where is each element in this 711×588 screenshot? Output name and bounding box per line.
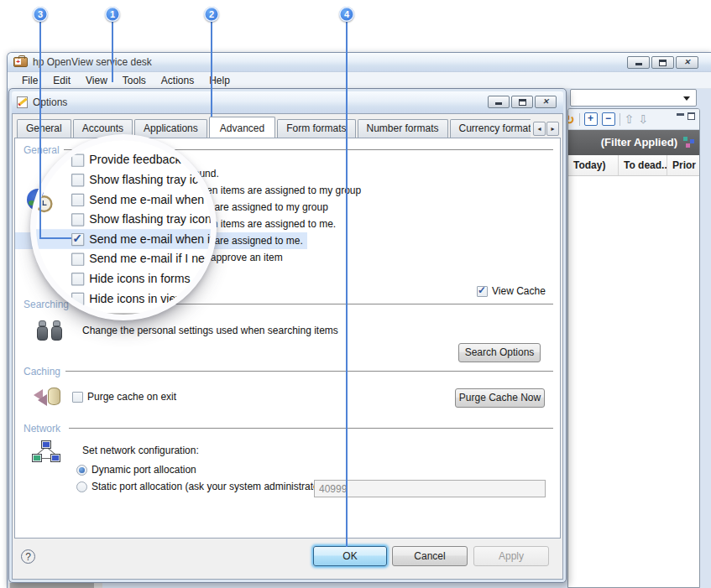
pane-toolbar: ↻ + − ⇧ ⇩ (568, 109, 699, 130)
dialog-close-button[interactable]: ✕ (535, 96, 557, 108)
tab-scroll-right-button[interactable]: ▸ (546, 122, 559, 136)
maximize-icon (519, 99, 526, 106)
view-cache-label: View Cache (492, 285, 546, 297)
column-header-row: Today)To dead...Prior (568, 155, 699, 176)
pane-maximize-icon[interactable] (687, 112, 695, 120)
magnifier-lens: General Provide feedback with sound.Show… (30, 134, 217, 320)
expand-all-button[interactable]: + (584, 112, 598, 126)
radio-static-label: Static port allocation (ask your system … (91, 481, 326, 492)
menu-item-tools[interactable]: Tools (115, 73, 154, 88)
ok-button[interactable]: OK (313, 546, 387, 566)
dialog-maximize-button[interactable] (511, 96, 533, 108)
network-group-label: Network (24, 423, 64, 434)
callout-badge-4: 4 (339, 7, 354, 22)
binoculars-icon (37, 320, 63, 341)
collapse-all-button[interactable]: − (602, 112, 615, 126)
network-group-rule (69, 428, 553, 429)
searching-description: Change the personal settings used when s… (82, 325, 338, 336)
dynamic-port-radio-row[interactable]: Dynamic port allocation (72, 462, 196, 477)
minimize-icon (635, 63, 642, 65)
dialog-minimize-button[interactable] (488, 96, 510, 108)
item-list-body[interactable] (568, 176, 699, 588)
tab-form-formats[interactable]: Form formats (277, 119, 355, 138)
item-list-pane: ↻ + − ⇧ ⇩ (Filter Applied) Today)To dead… (567, 108, 700, 588)
menu-item-actions[interactable]: Actions (154, 73, 201, 88)
refresh-icon[interactable]: ↻ (567, 113, 575, 126)
minimize-icon (495, 102, 502, 105)
options-pencil-icon (17, 96, 28, 108)
purge-checkbox[interactable] (72, 392, 83, 403)
move-down-icon[interactable]: ⇩ (638, 113, 648, 125)
menu-item-view[interactable]: View (78, 73, 115, 88)
filter-applied-label: (Filter Applied) (601, 136, 677, 148)
toolbar-separator (579, 113, 580, 126)
column-header[interactable]: To dead... (619, 155, 667, 175)
cancel-button[interactable]: Cancel (392, 546, 468, 566)
lens-content: General Provide feedback with sound.Show… (36, 140, 211, 315)
help-icon[interactable]: ? (21, 549, 35, 564)
tab-strip: GeneralAccountsApplicationsAdvancedForm … (14, 116, 531, 138)
close-icon: ✕ (542, 98, 549, 106)
main-window-title: hp OpenView service desk (33, 56, 152, 68)
cache-icon (34, 386, 60, 408)
tab-scrollers: ◂ ▸ (533, 122, 559, 136)
caching-group-rule (65, 371, 553, 372)
callout-line-1 (112, 22, 113, 82)
tab-applications[interactable]: Applications (134, 119, 207, 138)
tab-number-formats[interactable]: Number formats (358, 119, 448, 138)
app-toolbox-icon (13, 57, 28, 67)
tab-scroll-left-button[interactable]: ◂ (533, 122, 546, 136)
callout-badge-2: 2 (204, 7, 219, 22)
callout-badge-3: 3 (33, 7, 48, 22)
menu-item-help[interactable]: Help (201, 73, 238, 88)
static-port-radio-row[interactable]: Static port allocation (ask your system … (72, 479, 326, 494)
minimize-button[interactable] (627, 56, 650, 69)
tab-general[interactable]: General (17, 119, 71, 138)
menu-item-edit[interactable]: Edit (45, 73, 78, 88)
column-header[interactable]: Prior (667, 155, 699, 175)
close-button[interactable]: ✕ (676, 56, 698, 69)
apply-button[interactable]: Apply (473, 546, 549, 566)
view-diagram-icon[interactable] (683, 137, 695, 148)
view-selector-combobox[interactable] (570, 89, 697, 107)
main-window-controls: ✕ (627, 56, 698, 69)
pane-minimize-icon[interactable] (677, 113, 684, 116)
chevron-down-icon (683, 96, 690, 101)
callout-badge-1: 1 (105, 7, 120, 22)
maximize-icon (659, 60, 667, 66)
maximize-button[interactable] (651, 56, 674, 69)
purge-cache-row[interactable]: Purge cache on exit (72, 388, 176, 405)
network-description: Set network configuration: (82, 445, 199, 456)
general-group-label: General (24, 144, 63, 156)
pane-window-controls (677, 112, 695, 120)
purge-cache-now-button[interactable]: Purge Cache Now (455, 388, 545, 408)
move-up-icon[interactable]: ⇧ (625, 113, 635, 125)
static-port-input[interactable] (314, 480, 546, 497)
filter-header-bar: (Filter Applied) (568, 130, 699, 155)
horizontal-scrollbar[interactable] (8, 583, 102, 588)
search-options-button[interactable]: Search Options (458, 343, 541, 362)
callout-line-3-vertical (39, 22, 41, 238)
dialog-window-controls: ✕ (488, 96, 557, 108)
tab-currency-formats[interactable]: Currency formats (450, 119, 531, 138)
options-dialog-titlebar[interactable]: Options ✕ (12, 91, 563, 113)
view-cache-checkbox[interactable] (477, 286, 488, 297)
caching-group-label: Caching (24, 366, 64, 377)
screenshot-stage: hp OpenView service desk ✕ FileEditViewT… (0, 0, 711, 588)
radio-dynamic-label: Dynamic port allocation (91, 464, 196, 476)
callout-line-4 (346, 22, 348, 547)
radio-dynamic[interactable] (76, 465, 87, 476)
tab-advanced[interactable]: Advanced (209, 117, 275, 138)
purge-checkbox-label: Purge cache on exit (87, 391, 176, 403)
radio-static[interactable] (76, 481, 87, 492)
close-icon: ✕ (684, 59, 691, 66)
column-header[interactable]: Today) (568, 155, 619, 175)
callout-line-2 (211, 22, 212, 117)
callout-line-3-horizontal (39, 237, 71, 239)
view-cache-row[interactable]: View Cache (477, 283, 546, 299)
options-dialog-title: Options (33, 96, 67, 108)
network-icon (32, 440, 60, 464)
toolbar-separator (620, 113, 620, 126)
